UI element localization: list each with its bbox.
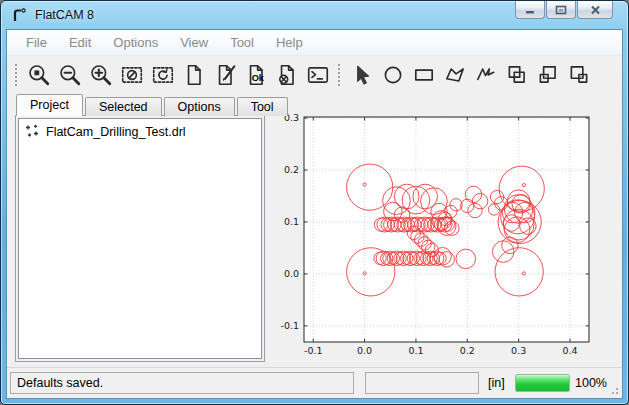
progress-bar	[515, 374, 570, 392]
polygon-union-button[interactable]	[502, 60, 532, 90]
tab-selected[interactable]: Selected	[85, 97, 162, 116]
plot-canvas[interactable]: -0.10.00.10.20.30.4-0.10.00.10.20.3	[263, 94, 621, 370]
svg-text:0.0: 0.0	[357, 345, 372, 356]
zoom-fit-icon	[27, 63, 51, 87]
select-tool-button[interactable]	[347, 60, 377, 90]
maximize-icon	[555, 5, 567, 15]
client-area: FileEditOptionsViewToolHelp Ok ProjectSe…	[6, 29, 623, 399]
status-secondary-field	[365, 372, 479, 394]
polyline-tool-button[interactable]	[471, 60, 501, 90]
resize-grip[interactable]	[607, 383, 618, 394]
zoom-out-button[interactable]	[55, 60, 85, 90]
tab-tool[interactable]: Tool	[237, 97, 288, 116]
delete-object-button[interactable]	[272, 60, 302, 90]
polygon-intersect-button[interactable]	[564, 60, 594, 90]
menu-file[interactable]: File	[15, 31, 58, 54]
tab-project[interactable]: Project	[16, 94, 83, 116]
app-window: FlatCAM 8 FileEditOptionsViewToolHelp Ok…	[0, 0, 629, 405]
window-controls	[514, 1, 613, 19]
save-defaults-ok-icon: Ok	[244, 63, 268, 87]
menu-view[interactable]: View	[169, 31, 219, 54]
zoom-in-icon	[89, 63, 113, 87]
svg-text:-0.1: -0.1	[304, 345, 323, 356]
svg-text:0.2: 0.2	[460, 345, 475, 356]
toolbar: Ok	[7, 56, 622, 93]
delete-object-icon	[275, 63, 299, 87]
tree-item[interactable]: FlatCam_Drilling_Test.drl	[19, 119, 261, 139]
svg-text:0.1: 0.1	[284, 216, 299, 227]
tab-bar: ProjectSelectedOptionsTool	[16, 94, 290, 116]
circle-tool-button[interactable]	[378, 60, 408, 90]
svg-text:0.3: 0.3	[511, 345, 526, 356]
close-icon	[590, 5, 601, 15]
minimize-button[interactable]	[515, 1, 545, 19]
zoom-out-icon	[58, 63, 82, 87]
clear-plot-button[interactable]	[117, 60, 147, 90]
project-tree[interactable]: FlatCam_Drilling_Test.drl	[18, 118, 262, 359]
polygon-intersect-icon	[567, 63, 591, 87]
command-shell-button[interactable]	[303, 60, 333, 90]
svg-text:0.4: 0.4	[562, 345, 577, 356]
toolbar-grip[interactable]	[14, 63, 18, 87]
menu-help[interactable]: Help	[265, 31, 314, 54]
circle-tool-icon	[381, 63, 405, 87]
menu-options[interactable]: Options	[102, 31, 169, 54]
zoom-in-button[interactable]	[86, 60, 116, 90]
menu-tool[interactable]: Tool	[219, 31, 265, 54]
open-project-icon	[213, 63, 237, 87]
svg-text:0.0: 0.0	[284, 268, 299, 279]
rectangle-tool-icon	[412, 63, 436, 87]
polygon-tool-button[interactable]	[440, 60, 470, 90]
svg-text:0.2: 0.2	[284, 164, 299, 175]
polygon-subtract-icon	[536, 63, 560, 87]
command-shell-icon	[306, 63, 330, 87]
open-project-button[interactable]	[210, 60, 240, 90]
new-project-icon	[182, 63, 206, 87]
app-logo-icon	[11, 7, 28, 24]
clear-plot-icon	[120, 63, 144, 87]
new-project-button[interactable]	[179, 60, 209, 90]
tree-item-label: FlatCam_Drilling_Test.drl	[46, 125, 186, 139]
toolbar-grip[interactable]	[337, 63, 341, 87]
progress-percent-label: 100%	[575, 372, 607, 394]
replot-button[interactable]	[148, 60, 178, 90]
select-tool-icon	[350, 63, 374, 87]
title-bar[interactable]: FlatCAM 8	[1, 1, 628, 29]
maximize-button[interactable]	[546, 1, 576, 19]
window-title: FlatCAM 8	[35, 8, 94, 22]
svg-text:0.1: 0.1	[408, 345, 423, 356]
progress-fill	[516, 375, 569, 391]
minimize-icon	[524, 5, 536, 14]
tab-options[interactable]: Options	[164, 97, 235, 116]
zoom-fit-button[interactable]	[24, 60, 54, 90]
svg-text:Ok: Ok	[252, 73, 265, 83]
rectangle-tool-button[interactable]	[409, 60, 439, 90]
plot-figure[interactable]: -0.10.00.10.20.30.4-0.10.00.10.20.3	[263, 94, 621, 370]
status-message-field: Defaults saved.	[10, 372, 354, 394]
menu-edit[interactable]: Edit	[58, 31, 102, 54]
polygon-tool-icon	[443, 63, 467, 87]
drill-object-icon	[25, 124, 40, 139]
save-defaults-ok-button[interactable]: Ok	[241, 60, 271, 90]
units-label: [in]	[488, 372, 505, 394]
status-bar: Defaults saved. [in] 100%	[7, 367, 622, 398]
polyline-tool-icon	[474, 63, 498, 87]
polygon-subtract-button[interactable]	[533, 60, 563, 90]
close-button[interactable]	[577, 1, 613, 19]
project-pane: FlatCam_Drilling_Test.drl	[15, 115, 265, 362]
polygon-union-icon	[505, 63, 529, 87]
replot-icon	[151, 63, 175, 87]
svg-text:-0.1: -0.1	[280, 320, 299, 331]
menu-bar: FileEditOptionsViewToolHelp	[7, 30, 622, 56]
